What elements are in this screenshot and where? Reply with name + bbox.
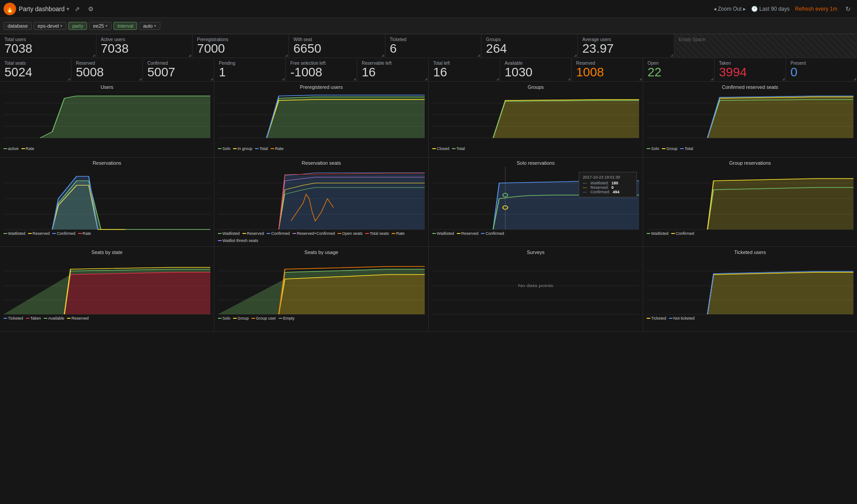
stat-preregistrations: Preregistrations 7000 — [192, 34, 289, 58]
chart-users-legend: active Rate — [4, 146, 210, 151]
filter-bar: database eps-devel ▾ party ee25 ▾ interv… — [0, 18, 857, 34]
svg-marker-136 — [647, 179, 853, 229]
stat-total-seats: Total seats 5024 — [0, 58, 71, 81]
chart-preregistered-legend: Solo In group Total Rate — [218, 146, 425, 151]
stat-empty-space: Empty Space — [674, 34, 857, 58]
stat-groups: Groups 264 — [481, 34, 578, 58]
charts-row-1: Users 9/16 10/1 10/16 11/1 11/16 12/1 0 — [0, 82, 857, 158]
chart-confirmed-reserved-legend: Solo Group Total — [647, 146, 853, 151]
stat-total-left: Total left 16 — [429, 58, 500, 81]
stat-ticketed: Ticketed 6 — [385, 34, 482, 58]
dashboard-title: Party dashboard ▾ — [19, 5, 69, 12]
chart-seats-by-state: Seats by state 0 1000 3000 4000 5000 9/1… — [0, 247, 214, 331]
time-range: 🕐 Last 90 days — [751, 6, 790, 12]
filter-interval[interactable]: interval — [113, 22, 137, 30]
stat-with-seat: With seat 6650 — [289, 34, 385, 58]
stat-confirmed: Confirmed 5007 — [143, 58, 214, 81]
app-logo: 🔥 — [4, 3, 16, 15]
chart-seats-by-usage-area: 0 1000 3000 4000 6000 9/16 10/1 10/16 11… — [218, 257, 425, 315]
chart-groups: Groups 9/16 10/1 10/16 11/1 11/16 12/1 0… — [429, 82, 643, 157]
settings-button[interactable]: ⚙ — [85, 4, 96, 14]
chart-reservation-seats: Reservation seats 0 2000 4000 6000 — [214, 158, 429, 246]
chart-users: Users 9/16 10/1 10/16 11/1 11/16 12/1 0 — [0, 82, 214, 157]
svg-marker-74 — [4, 181, 210, 229]
charts-row-3: Seats by state 0 1000 3000 4000 5000 9/1… — [0, 247, 857, 332]
chart-preregistered-users: Preregistered users 9/16 10/1 10/16 11/1… — [214, 82, 429, 157]
filter-ee25[interactable]: ee25 ▾ — [89, 22, 111, 30]
chart-seats-usage-legend: Solo Group Group user Empty — [218, 316, 425, 321]
chart-preregistered-area: 9/16 10/1 10/16 11/1 11/16 12/1 0 200 40… — [218, 92, 425, 145]
chart-group-reservations-legend: Waitlisted Confirmed — [647, 231, 853, 236]
share-button[interactable]: ⇗ — [72, 4, 83, 14]
chart-ticketed-users: Ticketed users 0 1000 3000 5000 6000 9/1… — [643, 247, 857, 331]
stat-open: Open 22 — [643, 58, 715, 81]
chart-surveys: Surveys 0 0.25 0.50 0.75 1.00 No data po… — [429, 247, 643, 331]
refresh-label: Refresh every 1m — [795, 6, 837, 12]
stat-total-users: Total users 7038 — [0, 34, 96, 58]
chart-users-area: 9/16 10/1 10/16 11/1 11/16 12/1 0 2000 4… — [4, 92, 210, 145]
svg-marker-75 — [52, 176, 125, 229]
topbar: 🔥 Party dashboard ▾ ⇗ ⚙ ◂ Zoom Out ▸ 🕐 L… — [0, 0, 857, 18]
filter-database[interactable]: database — [4, 22, 32, 30]
chart-ticketed-users-area: 0 1000 3000 5000 6000 9/16 10/1 10/16 11… — [647, 257, 853, 315]
topbar-right: ◂ Zoom Out ▸ 🕐 Last 90 days Refresh ever… — [714, 4, 853, 14]
stat-reserved-open: Reserved 1008 — [572, 58, 643, 81]
chart-seats-state-legend: Ticketed Taken Available Reserved — [4, 316, 210, 321]
chart-groups-legend: Closed Total — [432, 146, 639, 151]
svg-marker-5 — [4, 96, 210, 138]
chart-reservations-area: 0 opm 0 opm 0 opm 0 opm 0 opm 0 250 500 … — [4, 167, 210, 230]
svg-marker-117 — [432, 181, 639, 229]
stat-reservable-left: Reservable left 16 — [357, 58, 429, 81]
chart-ticketed-users-legend: Ticketed Not ticketed — [647, 316, 853, 321]
stat-taken: Taken 3994 — [715, 58, 786, 81]
chart-groups-area: 9/16 10/1 10/16 11/1 11/16 12/1 0 50 150… — [432, 92, 639, 145]
stat-reserved-total: Reserved 5008 — [71, 58, 143, 81]
stat-pending: Pending 1 — [214, 58, 286, 81]
svg-marker-42 — [432, 100, 639, 138]
filter-party[interactable]: party — [68, 22, 87, 30]
charts-row-2: Reservations 0 opm 0 opm 0 opm 0 opm — [0, 158, 857, 247]
stat-active-users: Active users 7038 — [96, 34, 193, 58]
zoom-out-button[interactable]: ◂ Zoom Out ▸ — [714, 6, 746, 12]
refresh-button[interactable]: ↻ — [843, 4, 853, 14]
stat-average-users: Average users 23.97 — [578, 34, 674, 58]
chart-reservation-seats-area: 0 2000 4000 6000 8000 0 opm 0 opm 0 opm … — [218, 167, 425, 230]
chart-group-reservations: Group reservations 0 50 150 200 300 9/16… — [643, 158, 857, 246]
chart-reservation-seats-legend: Waitlisted Reserved Confirmed Reserved+C… — [218, 231, 425, 243]
filter-eps-devel[interactable]: eps-devel ▾ — [33, 22, 67, 30]
chart-solo-reservations-legend: Waitlisted Reserved Confirmed — [432, 231, 639, 236]
svg-marker-96 — [218, 174, 425, 229]
chart-seats-by-state-area: 0 1000 3000 4000 5000 9/16 10/1 10/16 11… — [4, 257, 210, 315]
chart-reservations-legend: Waitlisted Reserved Confirmed Rate — [4, 231, 210, 236]
chart-solo-reservations-area: 0 200 400 600 800 9/16 10/1 10/16 11/1 1… — [432, 167, 639, 230]
chart-reservations: Reservations 0 opm 0 opm 0 opm 0 opm — [0, 158, 214, 246]
chart-surveys-area: 0 0.25 0.50 0.75 1.00 No data points 9/1… — [432, 257, 639, 315]
stats-row-2: Total seats 5024 Reserved 5008 Confirmed… — [0, 58, 857, 82]
chart-solo-reservations: Solo reservations 0 200 400 60 — [429, 158, 643, 246]
chart-confirmed-reserved-seats: Confirmed reserved seats 9/16 10/1 10/16… — [643, 82, 857, 157]
stat-free-selection-left: Free selection left -1008 — [286, 58, 357, 81]
chart-group-reservations-area: 0 50 150 200 300 9/16 10/1 10/16 11/1 11… — [647, 167, 853, 230]
svg-text:No data points: No data points — [518, 283, 553, 287]
chart-confirmed-reserved-area: 9/16 10/1 10/16 11/1 11/16 12/1 0 1000 3… — [647, 92, 853, 145]
stats-row-1: Total users 7038 Active users 7038 Prere… — [0, 34, 857, 58]
stat-available: Available 1030 — [500, 58, 572, 81]
stat-present: Present 0 — [786, 58, 857, 81]
svg-marker-202 — [647, 272, 853, 314]
chart-seats-by-usage: Seats by usage 0 1000 3000 4000 6000 9/1… — [214, 247, 429, 331]
filter-auto[interactable]: auto ▾ — [139, 22, 160, 30]
